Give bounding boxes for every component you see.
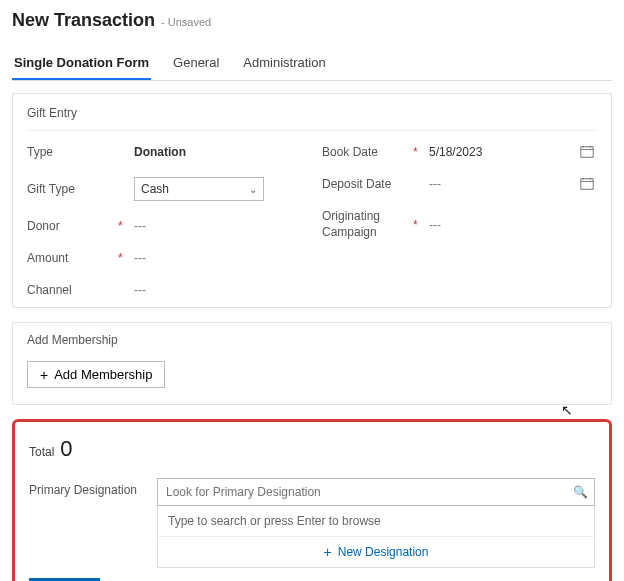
required-marker: * (413, 145, 423, 159)
lookup-hint: Type to search or press Enter to browse (158, 506, 594, 536)
book-date-label: Book Date (322, 145, 407, 159)
page-title: New Transaction (12, 10, 155, 31)
page-header: New Transaction - Unsaved (12, 10, 612, 31)
search-icon[interactable]: 🔍 (573, 485, 588, 499)
chevron-down-icon: ⌄ (249, 184, 257, 195)
gift-type-select[interactable]: Cash ⌄ (134, 177, 264, 201)
gift-entry-card: Gift Entry Type Donation Gift Type Cash … (12, 93, 612, 308)
svg-rect-4 (581, 179, 593, 190)
deposit-date-label: Deposit Date (322, 177, 407, 191)
book-date-value[interactable]: 5/18/2023 (429, 145, 571, 159)
total-label: Total (29, 445, 54, 459)
type-label: Type (27, 145, 112, 159)
primary-designation-input[interactable] (164, 484, 573, 500)
calendar-icon[interactable] (577, 145, 597, 159)
type-value[interactable]: Donation (134, 145, 302, 159)
donor-label: Donor (27, 219, 112, 233)
total-value: 0 (60, 436, 72, 462)
deposit-date-value[interactable]: --- (429, 177, 571, 191)
gift-type-label: Gift Type (27, 182, 112, 196)
required-marker: * (413, 218, 423, 232)
required-marker: * (118, 251, 128, 265)
channel-label: Channel (27, 283, 112, 297)
svg-rect-0 (581, 147, 593, 158)
donor-value[interactable]: --- (134, 219, 302, 233)
orig-campaign-label: Originating Campaign (322, 209, 407, 240)
designation-section: ↖ Total 0 Primary Designation 🔍 Type to … (12, 419, 612, 581)
new-designation-button[interactable]: + New Designation (158, 536, 594, 567)
primary-designation-label: Primary Designation (29, 478, 149, 497)
gift-entry-title: Gift Entry (27, 104, 597, 131)
save-status: - Unsaved (161, 16, 211, 28)
tab-single-donation-form[interactable]: Single Donation Form (12, 49, 151, 80)
add-membership-button[interactable]: + Add Membership (27, 361, 165, 388)
orig-campaign-value[interactable]: --- (429, 218, 571, 232)
new-designation-label: New Designation (338, 545, 429, 559)
required-marker: * (118, 219, 128, 233)
tab-general[interactable]: General (171, 49, 221, 80)
amount-label: Amount (27, 251, 112, 265)
tab-administration[interactable]: Administration (241, 49, 327, 80)
add-membership-card: Add Membership + Add Membership (12, 322, 612, 405)
calendar-icon[interactable] (577, 177, 597, 191)
plus-icon: + (40, 368, 48, 382)
amount-value[interactable]: --- (134, 251, 302, 265)
gift-type-value: Cash (141, 182, 169, 196)
form-tabs: Single Donation Form General Administrat… (12, 49, 612, 81)
plus-icon: + (324, 545, 332, 559)
channel-value[interactable]: --- (134, 283, 302, 297)
add-membership-button-label: Add Membership (54, 367, 152, 382)
add-membership-title: Add Membership (27, 333, 597, 347)
primary-designation-dropdown: Type to search or press Enter to browse … (157, 506, 595, 568)
